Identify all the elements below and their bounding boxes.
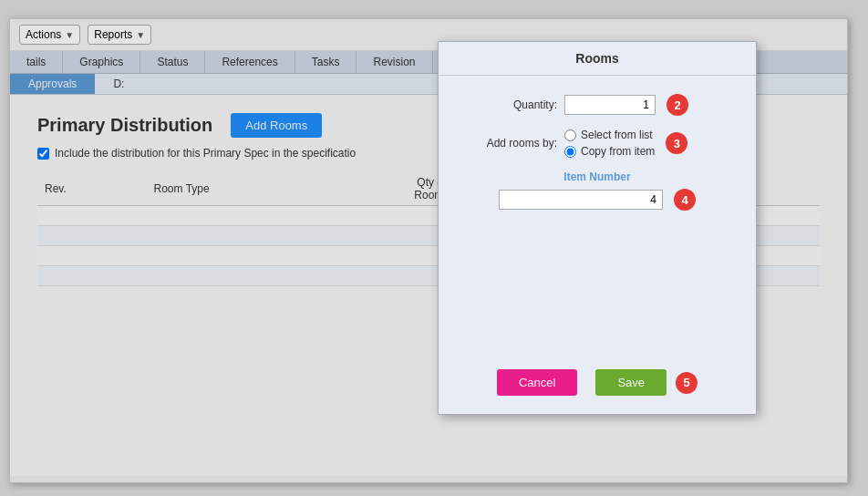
radio-copy-from-item: Copy from item <box>564 145 655 158</box>
cancel-button[interactable]: Cancel <box>497 369 577 396</box>
radio-select-from-list-label: Select from list <box>581 129 653 141</box>
save-button[interactable]: Save <box>595 369 666 396</box>
modal-footer: Cancel Save 5 <box>439 369 756 396</box>
quantity-row: Quantity: 2 <box>466 94 728 116</box>
item-number-section-label: Item Number <box>563 170 630 183</box>
modal-body: Quantity: 2 Add rooms by: Select from li… <box>439 76 756 247</box>
radio-copy-from-item-input[interactable] <box>564 146 576 158</box>
radio-select-from-list-input[interactable] <box>564 129 576 141</box>
radio-copy-from-item-label: Copy from item <box>581 145 655 158</box>
badge-5: 5 <box>676 372 698 394</box>
badge-3: 3 <box>666 132 687 154</box>
badge-4: 4 <box>674 189 696 211</box>
add-rooms-by-label: Add rooms by: <box>466 137 557 150</box>
add-rooms-by-row: Add rooms by: Select from list Copy from… <box>466 129 728 158</box>
item-number-input[interactable] <box>499 190 663 210</box>
quantity-input[interactable] <box>564 95 656 115</box>
quantity-label: Quantity: <box>466 98 557 111</box>
modal-title: Rooms <box>439 42 756 76</box>
badge-2: 2 <box>666 94 688 116</box>
rooms-modal: Rooms Quantity: 2 Add rooms by: Select f… <box>438 41 757 415</box>
radio-select-from-list: Select from list <box>564 129 655 141</box>
radio-group: Select from list Copy from item <box>564 129 655 158</box>
